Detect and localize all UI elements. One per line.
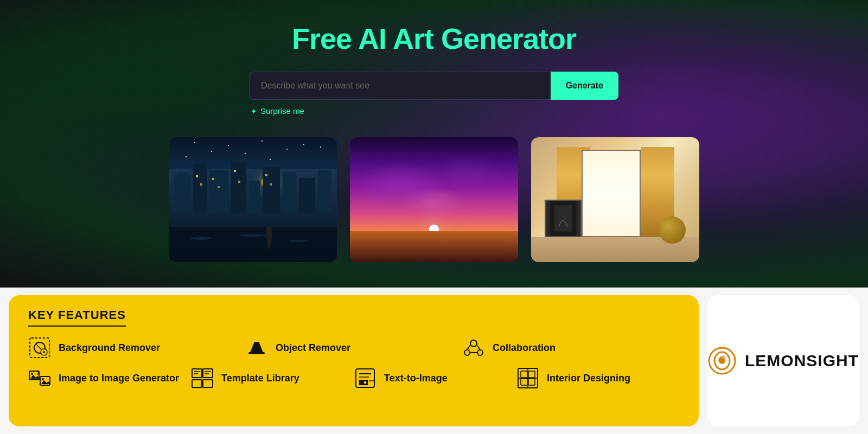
collaboration-icon (462, 336, 485, 359)
svg-point-41 (42, 378, 44, 380)
feature-label-background-remover: Background Remover (59, 342, 160, 354)
svg-rect-11 (200, 183, 202, 186)
svg-rect-6 (263, 167, 280, 213)
logo-card: LEMONSIGHT (707, 295, 859, 426)
preview-image-interior (531, 137, 699, 262)
svg-point-20 (239, 234, 266, 237)
features-title: KEY FEATURES (28, 308, 126, 327)
feature-label-interior-designing: Interior Designing (547, 373, 630, 384)
hero-section: Free AI Art Generator Generate ✦ Surpris… (0, 0, 868, 288)
svg-point-34 (477, 350, 483, 355)
svg-rect-5 (249, 181, 260, 213)
features-card: KEY FEATURES B (9, 295, 699, 426)
search-bar: Generate (250, 72, 618, 100)
svg-rect-59 (528, 379, 535, 385)
svg-rect-57 (528, 371, 535, 378)
svg-rect-44 (192, 380, 202, 387)
text-to-image-icon (354, 367, 376, 390)
decorative-sphere (659, 216, 686, 244)
svg-rect-17 (270, 183, 272, 186)
surprise-me-link[interactable]: ✦ Surprise me (251, 106, 304, 116)
window (582, 150, 641, 237)
feature-label-template-library: Template Library (221, 373, 299, 384)
svg-point-21 (289, 240, 309, 242)
features-grid: Background Remover Object Remover (28, 336, 679, 390)
svg-rect-7 (283, 173, 296, 213)
clouds (350, 150, 518, 237)
feature-item-background-remover[interactable]: Background Remover (28, 336, 245, 359)
svg-rect-0 (174, 175, 190, 213)
feature-item-object-remover[interactable]: Object Remover (245, 336, 462, 359)
svg-rect-42 (192, 369, 202, 378)
svg-rect-10 (196, 175, 198, 177)
svg-rect-8 (299, 178, 315, 213)
feature-label-collaboration: Collaboration (493, 342, 556, 354)
template-library-icon (191, 367, 214, 390)
svg-rect-45 (203, 380, 213, 387)
svg-point-33 (464, 350, 470, 355)
bottom-section: KEY FEATURES B (0, 288, 868, 434)
feature-item-interior-designing[interactable]: Interior Designing (516, 367, 679, 390)
svg-rect-4 (231, 162, 246, 213)
svg-rect-43 (203, 369, 213, 378)
preview-images-row (169, 137, 699, 262)
svg-rect-15 (238, 181, 240, 183)
object-remover-icon (245, 336, 268, 359)
features-row-2: Image to Image Generator (28, 367, 679, 390)
svg-rect-12 (212, 178, 214, 180)
feature-item-collaboration[interactable]: Collaboration (462, 336, 679, 359)
svg-rect-16 (265, 174, 267, 176)
svg-rect-1 (177, 173, 188, 178)
svg-rect-18 (169, 227, 337, 262)
horizon (350, 231, 518, 263)
logo-text: LEMONSIGHT (745, 352, 859, 370)
svg-point-19 (190, 237, 212, 240)
generate-button[interactable]: Generate (551, 72, 618, 100)
feature-label-image-to-image: Image to Image Generator (59, 373, 179, 384)
sparkle-icon: ✦ (251, 107, 257, 116)
search-input[interactable] (250, 72, 551, 100)
svg-rect-56 (521, 371, 527, 378)
svg-rect-31 (248, 352, 265, 354)
water (169, 227, 337, 262)
feature-item-text-to-image[interactable]: Text-to-Image (354, 367, 516, 390)
preview-image-city (169, 137, 337, 262)
svg-point-39 (31, 373, 33, 375)
svg-rect-9 (318, 170, 331, 213)
page-title: Free AI Art Generator (292, 22, 576, 55)
svg-line-36 (477, 346, 480, 350)
artwork (545, 200, 582, 237)
feature-item-image-to-image[interactable]: Image to Image Generator (28, 367, 191, 390)
svg-rect-13 (218, 186, 220, 188)
svg-rect-14 (234, 170, 236, 172)
svg-line-35 (467, 346, 470, 350)
features-row-1: Background Remover Object Remover (28, 336, 679, 359)
feature-label-text-to-image: Text-to-Image (384, 373, 448, 384)
feature-label-object-remover: Object Remover (276, 342, 350, 354)
svg-rect-2 (193, 164, 207, 213)
interior-designing-icon (516, 367, 539, 390)
bg-remover-icon (28, 336, 51, 359)
svg-rect-24 (554, 205, 572, 232)
image-to-image-icon (28, 367, 51, 390)
city-buildings (169, 177, 337, 227)
svg-rect-3 (209, 170, 228, 213)
svg-rect-58 (521, 379, 527, 385)
lemonsight-logo-icon (708, 347, 736, 375)
feature-item-template-library[interactable]: Template Library (191, 367, 354, 390)
preview-image-purple-sky (350, 137, 518, 262)
svg-point-54 (363, 381, 367, 384)
svg-point-32 (470, 340, 477, 347)
